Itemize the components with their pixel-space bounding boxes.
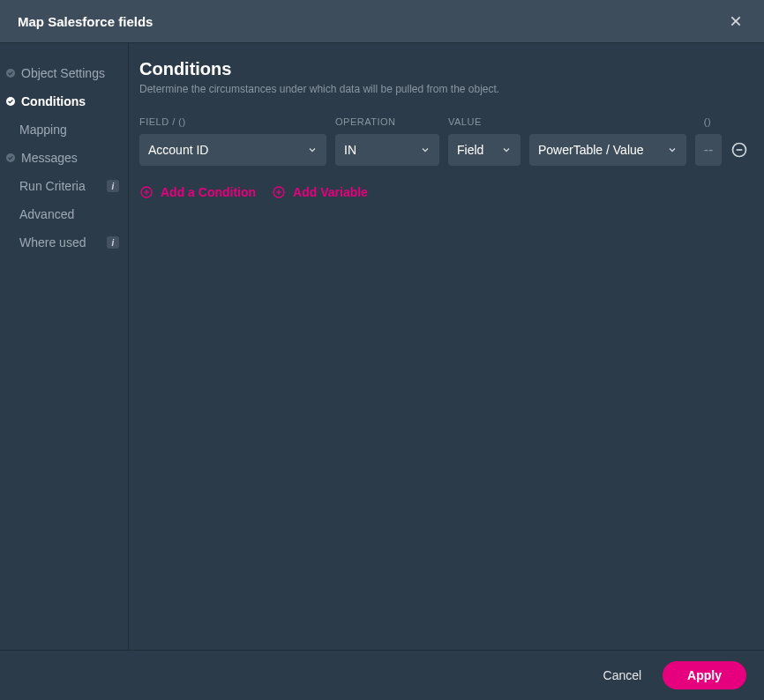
sidebar-item-where-used[interactable]: Where used i — [0, 228, 128, 257]
value-select-value: PowerTable / Value — [538, 143, 644, 157]
dialog: Map Salesforce fields Object Settings Co… — [0, 0, 764, 700]
header-value: VALUE — [448, 116, 681, 127]
apply-button[interactable]: Apply — [663, 661, 746, 689]
chevron-down-icon — [667, 145, 678, 155]
main-panel: Conditions Determine the circumstances u… — [128, 43, 764, 650]
sidebar-item-label: Object Settings — [21, 66, 119, 80]
sidebar-item-label: Conditions — [21, 94, 119, 108]
sidebar-item-label: Mapping — [19, 123, 119, 137]
info-badge-icon: i — [107, 236, 119, 249]
operation-select-value: IN — [344, 143, 356, 157]
sidebar-item-label: Where used — [19, 235, 101, 249]
sidebar-item-label: Advanced — [19, 207, 119, 221]
header-field: FIELD / () — [139, 116, 326, 127]
info-badge-icon: i — [107, 180, 119, 192]
actions-row: Add a Condition Add Variable — [139, 185, 752, 199]
add-variable-button[interactable]: Add Variable — [272, 185, 368, 199]
close-button[interactable] — [725, 11, 746, 32]
content-wrapper: Object Settings Conditions Mapping Messa… — [0, 43, 764, 650]
dialog-title: Map Salesforce fields — [18, 14, 153, 29]
apply-button-label: Apply — [687, 668, 722, 682]
chevron-down-icon — [501, 145, 512, 155]
header-paren: () — [690, 116, 725, 127]
plus-circle-icon — [139, 185, 154, 199]
section-description: Determine the circumstances under which … — [139, 83, 752, 95]
dialog-footer: Cancel Apply — [0, 650, 764, 700]
cancel-button-label: Cancel — [603, 668, 642, 682]
sidebar-item-run-criteria[interactable]: Run Criteria i — [0, 172, 128, 200]
operation-select[interactable]: IN — [335, 134, 439, 166]
sidebar-item-label: Run Criteria — [19, 179, 101, 193]
field-select-value: Account ID — [148, 143, 208, 157]
field-select[interactable]: Account ID — [139, 134, 326, 166]
chevron-down-icon — [307, 145, 318, 155]
chevron-down-icon — [420, 145, 431, 155]
sidebar-item-conditions[interactable]: Conditions — [0, 87, 128, 115]
add-condition-label: Add a Condition — [161, 185, 256, 199]
column-headers: FIELD / () OPERATION VALUE () — [139, 116, 752, 127]
add-variable-label: Add Variable — [293, 185, 368, 199]
sidebar: Object Settings Conditions Mapping Messa… — [0, 43, 128, 650]
sidebar-item-messages[interactable]: Messages — [0, 144, 128, 172]
plus-circle-icon — [272, 185, 286, 199]
condition-row: Account ID IN Field PowerTable / Value -… — [139, 134, 752, 166]
sidebar-item-label: Messages — [21, 151, 119, 165]
value-select[interactable]: PowerTable / Value — [529, 134, 686, 166]
header-operation: OPERATION — [335, 116, 439, 127]
minus-circle-icon — [730, 141, 748, 159]
value-type-select[interactable]: Field — [448, 134, 521, 166]
check-icon — [5, 153, 16, 163]
sidebar-item-mapping[interactable]: Mapping — [0, 115, 128, 144]
check-icon — [5, 96, 16, 107]
value-type-select-value: Field — [457, 143, 483, 157]
section-title: Conditions — [139, 59, 752, 79]
remove-condition-button[interactable] — [730, 141, 748, 159]
close-icon — [729, 14, 743, 28]
dialog-header: Map Salesforce fields — [0, 0, 764, 43]
cancel-button[interactable]: Cancel — [598, 661, 648, 689]
paren-button[interactable]: -- — [695, 134, 722, 166]
sidebar-item-object-settings[interactable]: Object Settings — [0, 59, 128, 87]
header-spacer — [734, 116, 752, 127]
check-icon — [5, 68, 16, 78]
sidebar-item-advanced[interactable]: Advanced — [0, 200, 128, 228]
paren-button-label: -- — [704, 142, 714, 158]
add-condition-button[interactable]: Add a Condition — [139, 185, 256, 199]
